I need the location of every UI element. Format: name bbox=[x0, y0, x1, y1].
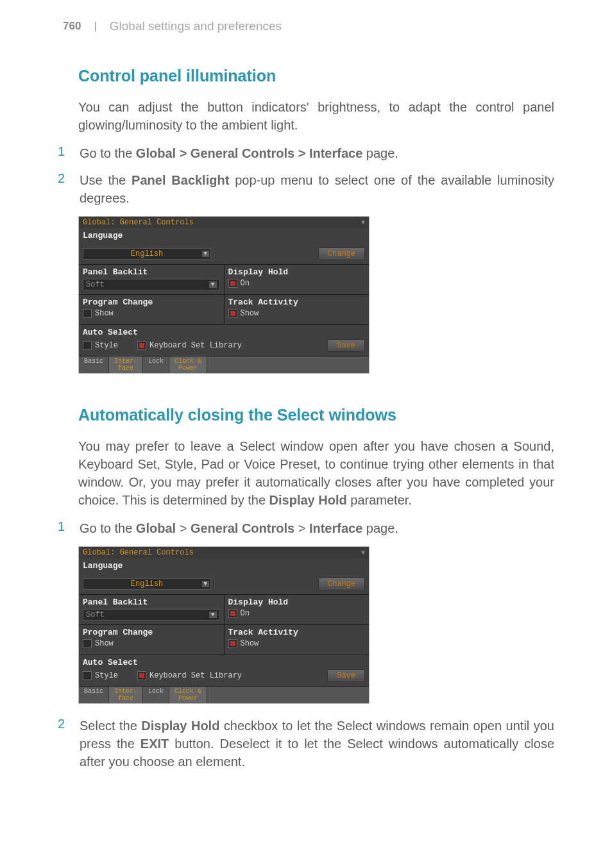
menu-icon[interactable]: ▼ bbox=[361, 549, 365, 556]
checkbox-icon bbox=[83, 639, 92, 648]
auto-select-label: Auto Select bbox=[83, 328, 365, 337]
step-text: Go to the Global > General Controls > In… bbox=[80, 144, 554, 162]
auto-select-label: Auto Select bbox=[83, 658, 365, 667]
ss-tabs: Basic Inter- face Lock Clock & Power bbox=[79, 686, 369, 703]
step-text: Go to the Global > General Controls > In… bbox=[80, 519, 554, 537]
tab-lock[interactable]: Lock bbox=[143, 356, 169, 373]
section1-intro: You can adjust the button indicators' br… bbox=[78, 98, 554, 134]
tab-lock[interactable]: Lock bbox=[143, 687, 169, 703]
step-number: 2 bbox=[58, 717, 65, 771]
step-text: Select the Display Hold checkbox to let … bbox=[80, 717, 554, 771]
tab-clock-power[interactable]: Clock & Power bbox=[169, 687, 207, 703]
display-hold-checkbox[interactable]: On bbox=[228, 279, 250, 288]
ss-tabs: Basic Inter- face Lock Clock & Power bbox=[79, 356, 369, 373]
section2-intro: You may prefer to leave a Select window … bbox=[78, 437, 554, 509]
checkbox-icon bbox=[83, 341, 92, 350]
auto-select-style-checkbox[interactable]: Style bbox=[83, 341, 118, 350]
track-activity-label: Track Activity bbox=[228, 297, 366, 307]
track-activity-label: Track Activity bbox=[228, 628, 366, 637]
panel-backlit-dropdown[interactable]: Soft ▼ bbox=[83, 279, 220, 290]
change-button[interactable]: Change bbox=[318, 247, 365, 260]
track-activity-checkbox[interactable]: Show bbox=[228, 639, 259, 648]
checkbox-icon bbox=[83, 671, 92, 680]
change-button[interactable]: Change bbox=[318, 578, 365, 590]
step-number: 2 bbox=[58, 171, 65, 207]
display-hold-checkbox[interactable]: On bbox=[228, 609, 250, 618]
checkbox-icon bbox=[228, 279, 237, 288]
language-dropdown[interactable]: English ▼ bbox=[83, 578, 211, 590]
chevron-down-icon: ▼ bbox=[202, 581, 209, 587]
embedded-screenshot-1: Global: General Controls ▼ Language Engl… bbox=[78, 216, 370, 374]
step-1-1: 1 Go to the Global > General Controls > … bbox=[58, 144, 554, 162]
language-label: Language bbox=[83, 231, 365, 240]
display-hold-label: Display Hold bbox=[228, 267, 366, 277]
section-heading-illumination: Control panel illumination bbox=[78, 67, 554, 85]
checkbox-icon bbox=[83, 309, 92, 318]
checkbox-icon bbox=[228, 609, 237, 618]
ss-title: Global: General Controls bbox=[83, 218, 194, 227]
panel-backlit-label: Panel Backlit bbox=[83, 267, 220, 277]
header-divider: | bbox=[94, 20, 96, 33]
chevron-down-icon: ▼ bbox=[209, 612, 216, 618]
language-dropdown[interactable]: English ▼ bbox=[83, 248, 211, 260]
chapter-title: Global settings and preferences bbox=[110, 19, 282, 33]
display-hold-label: Display Hold bbox=[228, 597, 366, 607]
program-change-label: Program Change bbox=[83, 297, 220, 307]
tab-interface[interactable]: Inter- face bbox=[109, 687, 143, 703]
tab-basic[interactable]: Basic bbox=[79, 687, 109, 703]
tab-clock-power[interactable]: Clock & Power bbox=[169, 356, 207, 373]
ss-titlebar: Global: General Controls ▼ bbox=[79, 217, 369, 228]
step-number: 1 bbox=[58, 144, 65, 162]
page-number: 760 bbox=[63, 20, 81, 33]
program-change-checkbox[interactable]: Show bbox=[83, 309, 114, 318]
section-heading-autoclose: Automatically closing the Select windows bbox=[78, 406, 554, 424]
embedded-screenshot-2: Global: General Controls ▼ Language Engl… bbox=[78, 546, 370, 704]
auto-select-kbd-checkbox[interactable]: Keyboard Set Library bbox=[137, 671, 242, 680]
ss-title: Global: General Controls bbox=[83, 548, 194, 557]
step-2-2: 2 Select the Display Hold checkbox to le… bbox=[58, 717, 554, 771]
checkbox-icon bbox=[137, 671, 146, 680]
menu-icon[interactable]: ▼ bbox=[361, 219, 365, 226]
tab-interface[interactable]: Inter- face bbox=[109, 356, 143, 373]
chevron-down-icon: ▼ bbox=[202, 251, 209, 257]
program-change-checkbox[interactable]: Show bbox=[83, 639, 114, 648]
track-activity-checkbox[interactable]: Show bbox=[228, 309, 259, 318]
page-header: 760 | Global settings and preferences bbox=[63, 19, 554, 33]
checkbox-icon bbox=[137, 341, 146, 350]
step-number: 1 bbox=[58, 519, 65, 537]
checkbox-icon bbox=[228, 639, 237, 648]
step-text: Use the Panel Backlight pop-up menu to s… bbox=[80, 171, 554, 207]
panel-backlit-label: Panel Backlit bbox=[83, 597, 220, 607]
auto-select-kbd-checkbox[interactable]: Keyboard Set Library bbox=[137, 341, 242, 350]
step-1-2: 2 Use the Panel Backlight pop-up menu to… bbox=[58, 171, 554, 207]
ss-titlebar: Global: General Controls ▼ bbox=[79, 547, 369, 558]
auto-select-style-checkbox[interactable]: Style bbox=[83, 671, 118, 680]
save-button[interactable]: Save bbox=[327, 339, 365, 352]
language-label: Language bbox=[83, 561, 365, 571]
tab-basic[interactable]: Basic bbox=[79, 356, 109, 373]
panel-backlit-dropdown[interactable]: Soft ▼ bbox=[83, 609, 220, 621]
program-change-label: Program Change bbox=[83, 628, 220, 637]
step-2-1: 1 Go to the Global > General Controls > … bbox=[58, 519, 554, 537]
chevron-down-icon: ▼ bbox=[209, 281, 216, 288]
save-button[interactable]: Save bbox=[327, 669, 365, 682]
checkbox-icon bbox=[228, 309, 237, 318]
